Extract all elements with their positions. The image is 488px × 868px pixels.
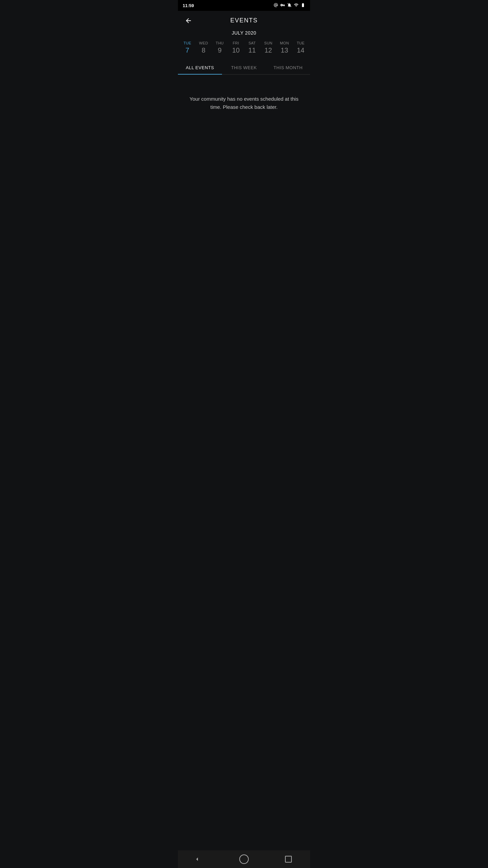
day-number-tue7: 7 xyxy=(185,46,189,54)
calendar-day-sun12[interactable]: SUN 12 xyxy=(260,41,277,54)
nav-recents-button[interactable] xyxy=(277,853,300,865)
day-name-fri10: FRI xyxy=(233,41,239,45)
tab-this-week[interactable]: THIS WEEK xyxy=(222,61,266,74)
battery-icon xyxy=(301,3,305,8)
day-number-wed8: 8 xyxy=(202,46,205,54)
status-icons xyxy=(273,3,305,8)
tabs: ALL EVENTS THIS WEEK THIS MONTH xyxy=(178,61,310,75)
empty-state-message: Your community has no events scheduled a… xyxy=(178,75,310,132)
nav-recents-icon xyxy=(285,856,292,863)
calendar-day-mon13[interactable]: MON 13 xyxy=(277,41,293,54)
calendar-day-thu9[interactable]: THU 9 xyxy=(212,41,228,54)
day-name-tue14: TUE xyxy=(297,41,305,45)
day-name-mon13: MON xyxy=(280,41,289,45)
calendar-day-tue14[interactable]: TUE 14 xyxy=(292,41,309,54)
nav-back-button[interactable] xyxy=(188,853,211,865)
wifi-icon xyxy=(294,3,299,8)
day-name-thu9: THU xyxy=(216,41,224,45)
back-arrow-icon xyxy=(185,17,192,24)
day-number-sun12: 12 xyxy=(265,46,272,54)
day-number-fri10: 10 xyxy=(232,46,240,54)
header: EVENTS xyxy=(178,11,310,30)
at-icon xyxy=(273,3,278,8)
tab-this-month[interactable]: THIS MONTH xyxy=(266,61,310,74)
bottom-nav xyxy=(178,850,310,868)
day-name-tue7: TUE xyxy=(183,41,191,45)
nav-home-button[interactable] xyxy=(231,852,257,867)
status-bar: 11:59 xyxy=(178,0,310,11)
day-number-mon13: 13 xyxy=(281,46,288,54)
key-icon xyxy=(280,3,285,8)
nav-home-icon xyxy=(239,854,249,864)
day-number-tue14: 14 xyxy=(297,46,304,54)
month-label: JULY 2020 xyxy=(178,30,310,36)
day-number-sat11: 11 xyxy=(248,46,256,54)
calendar-day-fri10[interactable]: FRI 10 xyxy=(228,41,244,54)
status-time: 11:59 xyxy=(183,3,194,8)
calendar-day-tue7[interactable]: TUE 7 xyxy=(179,41,196,54)
page-title: EVENTS xyxy=(230,17,258,24)
calendar-day-sat11[interactable]: SAT 11 xyxy=(244,41,260,54)
main-content: Your community has no events scheduled a… xyxy=(178,75,310,850)
back-button[interactable] xyxy=(183,16,194,26)
nav-back-icon xyxy=(196,856,203,863)
calendar-day-wed8[interactable]: WED 8 xyxy=(196,41,212,54)
calendar-week: TUE 7 WED 8 THU 9 FRI 10 SAT 11 SUN 12 M… xyxy=(178,41,310,54)
day-name-sun12: SUN xyxy=(264,41,272,45)
day-number-thu9: 9 xyxy=(218,46,222,54)
day-name-wed8: WED xyxy=(199,41,208,45)
day-name-sat11: SAT xyxy=(248,41,256,45)
tab-all-events[interactable]: ALL EVENTS xyxy=(178,61,222,74)
bell-mute-icon xyxy=(287,3,292,8)
